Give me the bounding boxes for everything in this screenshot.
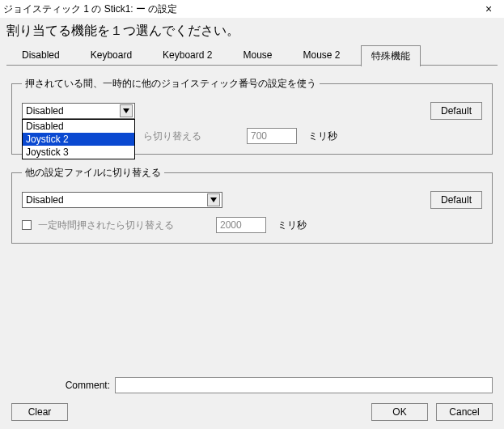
group-profile-legend: 他の設定ファイルに切り替える xyxy=(22,166,164,180)
tab-keyboard[interactable]: Keyboard xyxy=(80,45,142,66)
profile-combo-value: Disabled xyxy=(26,194,64,206)
profile-time-check-label: 一定時間押されたら切り替える xyxy=(38,219,174,232)
group-joystick-legend: 押されている間、一時的に他のジョイスティック番号の設定を使う xyxy=(22,77,320,91)
joystick-combo-value: Disabled xyxy=(26,105,64,117)
tab-mouse2[interactable]: Mouse 2 xyxy=(293,45,351,66)
profile-time-unit: ミリ秒 xyxy=(277,219,307,232)
group-profile-switch: 他の設定ファイルに切り替える Disabled Default 一定時間押された… xyxy=(11,166,493,244)
tab-disabled[interactable]: Disabled xyxy=(11,45,70,66)
joystick-combo-option[interactable]: Disabled xyxy=(23,120,134,133)
profile-default-button[interactable]: Default xyxy=(430,191,482,209)
clear-button[interactable]: Clear xyxy=(11,403,68,421)
profile-time-field[interactable] xyxy=(216,217,266,233)
titlebar: ジョイスティック 1 の Stick1: ー の設定 × xyxy=(0,0,504,18)
joystick-combo-option[interactable]: Joystick 3 xyxy=(23,146,134,159)
chevron-down-icon xyxy=(120,104,133,117)
cancel-button[interactable]: Cancel xyxy=(436,403,493,421)
close-icon[interactable]: × xyxy=(476,2,501,15)
svg-marker-0 xyxy=(123,108,129,113)
comment-label: Comment: xyxy=(11,380,115,391)
joystick-time-field[interactable] xyxy=(247,128,297,144)
chevron-down-icon xyxy=(207,193,220,206)
window-title: ジョイスティック 1 の Stick1: ー の設定 xyxy=(3,2,476,16)
joystick-default-button[interactable]: Default xyxy=(430,102,482,120)
group-joystick-switch: 押されている間、一時的に他のジョイスティック番号の設定を使う Disabled … xyxy=(11,77,493,155)
joystick-time-check-label: ら切り替える xyxy=(143,130,201,143)
tab-mouse[interactable]: Mouse xyxy=(232,45,282,66)
tab-special[interactable]: 特殊機能 xyxy=(361,45,421,66)
joystick-combo-option[interactable]: Joystick 2 xyxy=(23,133,134,146)
tab-keyboard2[interactable]: Keyboard 2 xyxy=(152,45,222,66)
page-heading: 割り当てる機能を１つ選んでください。 xyxy=(0,18,504,43)
comment-field[interactable] xyxy=(115,377,493,393)
profile-combo[interactable]: Disabled xyxy=(22,192,222,208)
joystick-combo[interactable]: Disabled Disabled Joystick 2 Joystick 3 xyxy=(22,103,135,119)
profile-time-checkbox[interactable] xyxy=(22,220,32,230)
svg-marker-1 xyxy=(210,198,217,202)
ok-button[interactable]: OK xyxy=(371,403,428,421)
joystick-combo-list: Disabled Joystick 2 Joystick 3 xyxy=(22,119,135,159)
joystick-time-unit: ミリ秒 xyxy=(308,130,337,143)
footer: Comment: Clear OK Cancel xyxy=(0,377,504,421)
tabstrip: Disabled Keyboard Keyboard 2 Mouse Mouse… xyxy=(0,43,504,66)
